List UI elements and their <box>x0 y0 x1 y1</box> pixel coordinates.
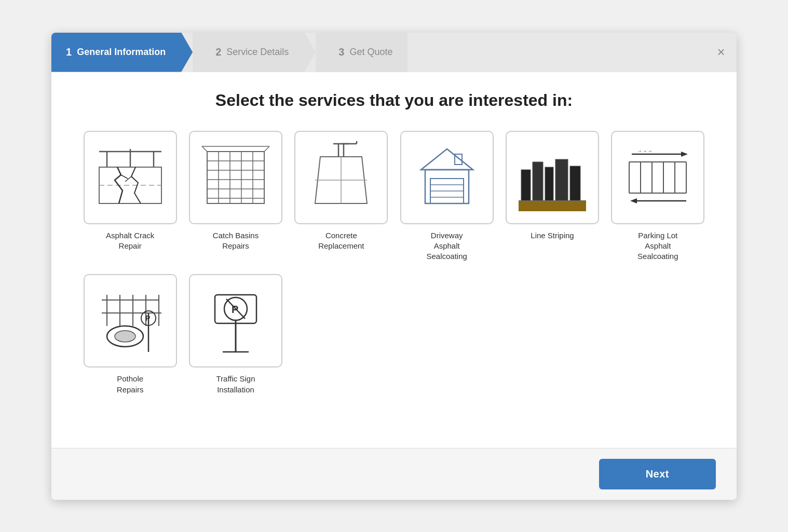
services-grid-row1: Asphalt CrackRepair <box>83 131 705 262</box>
content-area: Select the services that you are interes… <box>51 72 737 448</box>
svg-rect-30 <box>425 170 469 203</box>
svg-line-19 <box>264 146 269 152</box>
step-2-num: 2 <box>215 46 221 58</box>
service-label-line-striping: Line Striping <box>531 230 574 241</box>
service-card-parking-lot-asphalt-sealcoating[interactable]: →→→ <box>611 131 704 224</box>
service-card-asphalt-crack-repair[interactable] <box>84 131 177 224</box>
service-card-concrete-replacement[interactable] <box>294 131 388 224</box>
service-label-concrete-replacement: ConcreteReplacement <box>318 230 364 252</box>
svg-rect-36 <box>521 170 531 201</box>
step-3[interactable]: 3 Get Quote <box>316 33 407 72</box>
svg-line-2 <box>121 175 128 179</box>
svg-rect-37 <box>533 162 543 201</box>
service-label-asphalt-crack-repair: Asphalt CrackRepair <box>106 230 154 252</box>
service-card-traffic-sign-installation[interactable]: P <box>189 274 282 367</box>
service-label-driveway-asphalt-sealcoating: DrivewayAsphaltSealcoating <box>426 230 467 262</box>
service-item-pothole-repairs[interactable]: P PotholeRepairs <box>83 274 178 395</box>
svg-rect-39 <box>555 159 568 201</box>
modal-container: 1 General Information 2 Service Details … <box>51 33 737 500</box>
service-card-line-striping[interactable] <box>506 131 599 224</box>
service-label-catch-basins-repairs: Catch BasinsRepairs <box>213 230 259 252</box>
svg-point-64 <box>115 331 135 342</box>
step-1-label: General Information <box>77 47 166 58</box>
service-card-catch-basins-repairs[interactable] <box>189 131 282 224</box>
service-item-concrete-replacement[interactable]: ConcreteReplacement <box>294 131 389 262</box>
service-label-pothole-repairs: PotholeRepairs <box>117 374 144 395</box>
service-label-traffic-sign-installation: Traffic SignInstallation <box>216 374 255 395</box>
services-grid-row2: P PotholeRepairs <box>83 274 705 395</box>
service-label-parking-lot-asphalt-sealcoating: Parking LotAsphaltSealcoating <box>637 230 678 262</box>
footer: Next <box>51 448 737 500</box>
svg-marker-44 <box>681 152 688 157</box>
step-2[interactable]: 2 Service Details <box>193 33 316 72</box>
service-item-parking-lot-asphalt-sealcoating[interactable]: →→→ Parking LotA <box>610 131 705 262</box>
close-button[interactable]: × <box>705 33 737 72</box>
svg-rect-40 <box>570 166 580 201</box>
svg-marker-55 <box>630 198 637 203</box>
service-item-line-striping[interactable]: Line Striping <box>505 131 600 262</box>
svg-text:→→→: →→→ <box>637 148 653 154</box>
service-item-traffic-sign-installation[interactable]: P Traffic SignInstallation <box>188 274 283 395</box>
step-1[interactable]: 1 General Information <box>51 33 193 72</box>
svg-marker-29 <box>421 149 473 170</box>
svg-rect-38 <box>545 167 553 201</box>
svg-text:P: P <box>145 314 150 322</box>
service-card-pothole-repairs[interactable]: P <box>84 274 177 367</box>
service-item-asphalt-crack-repair[interactable]: Asphalt CrackRepair <box>83 131 178 262</box>
svg-rect-8 <box>207 152 264 203</box>
step-1-num: 1 <box>66 46 72 58</box>
step-3-num: 3 <box>338 46 344 58</box>
service-item-catch-basins-repairs[interactable]: Catch BasinsRepairs <box>188 131 283 262</box>
svg-rect-42 <box>519 201 586 211</box>
wizard-spacer <box>407 33 705 72</box>
svg-line-18 <box>202 146 207 152</box>
svg-line-73 <box>226 299 245 319</box>
next-button[interactable]: Next <box>599 459 716 489</box>
step-2-label: Service Details <box>226 47 289 58</box>
page-title: Select the services that you are interes… <box>83 91 705 110</box>
service-card-driveway-asphalt-sealcoating[interactable] <box>400 131 494 224</box>
step-3-label: Get Quote <box>349 47 392 58</box>
wizard-header: 1 General Information 2 Service Details … <box>51 33 737 72</box>
service-item-driveway-asphalt-sealcoating[interactable]: DrivewayAsphaltSealcoating <box>399 131 494 262</box>
